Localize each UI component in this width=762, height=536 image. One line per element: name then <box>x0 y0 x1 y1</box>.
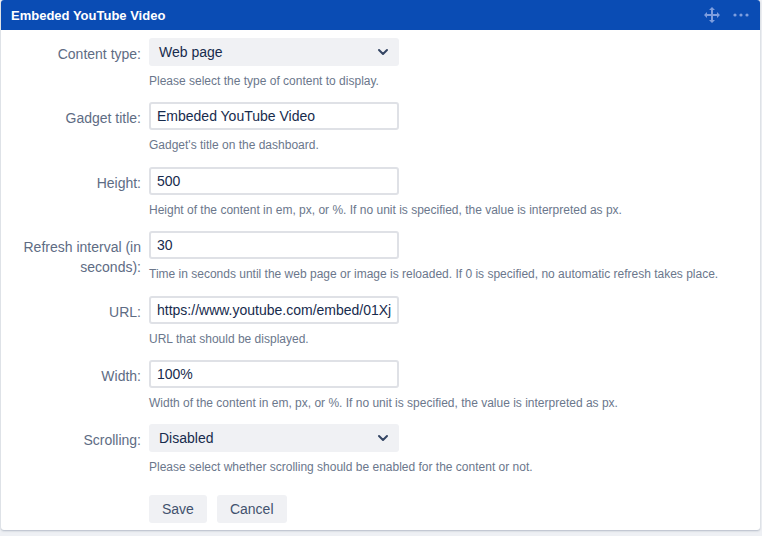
save-button[interactable]: Save <box>149 495 207 523</box>
header-icons <box>704 7 750 23</box>
height-label: Height: <box>1 167 141 217</box>
width-help: Width of the content in em, px, or %. If… <box>149 396 750 410</box>
gadget-card: Embeded YouTube Video Content type: <box>1 0 760 530</box>
form-row-width: Width: Width of the content in em, px, o… <box>1 360 750 410</box>
form-buttons: Save Cancel <box>149 495 750 523</box>
gadget-config-form: Content type: Web page Please select the… <box>1 30 760 523</box>
scrolling-select-value: Disabled <box>159 430 213 446</box>
content-type-help: Please select the type of content to dis… <box>149 74 750 88</box>
gadget-header: Embeded YouTube Video <box>1 0 760 30</box>
url-input[interactable] <box>149 296 399 324</box>
scrolling-select[interactable]: Disabled <box>149 424 399 452</box>
content-type-select[interactable]: Web page <box>149 38 399 66</box>
move-icon[interactable] <box>704 7 720 23</box>
height-input[interactable] <box>149 167 399 195</box>
height-help: Height of the content in em, px, or %. I… <box>149 203 750 217</box>
form-row-refresh-interval: Refresh interval (in seconds): Time in s… <box>1 231 750 281</box>
form-row-gadget-title: Gadget title: Gadget's title on the dash… <box>1 102 750 152</box>
ellipsis-icon[interactable] <box>732 7 750 23</box>
refresh-interval-help: Time in seconds until the web page or im… <box>149 267 750 281</box>
url-help: URL that should be displayed. <box>149 332 750 346</box>
gadget-title-label: Gadget title: <box>1 102 141 152</box>
form-row-url: URL: URL that should be displayed. <box>1 296 750 346</box>
refresh-interval-input[interactable] <box>149 231 399 259</box>
scrolling-label: Scrolling: <box>1 424 141 474</box>
width-input[interactable] <box>149 360 399 388</box>
content-type-label: Content type: <box>1 38 141 88</box>
gadget-title-input[interactable] <box>149 102 399 130</box>
gadget-title-help: Gadget's title on the dashboard. <box>149 138 750 152</box>
width-label: Width: <box>1 360 141 410</box>
url-label: URL: <box>1 296 141 346</box>
cancel-button[interactable]: Cancel <box>217 495 287 523</box>
form-row-content-type: Content type: Web page Please select the… <box>1 38 750 88</box>
gadget-header-title: Embeded YouTube Video <box>11 8 704 23</box>
form-row-height: Height: Height of the content in em, px,… <box>1 167 750 217</box>
content-type-select-value: Web page <box>159 44 223 60</box>
form-row-scrolling: Scrolling: Disabled Please select whethe… <box>1 424 750 474</box>
chevron-down-icon <box>377 48 389 56</box>
scrolling-help: Please select whether scrolling should b… <box>149 460 750 474</box>
chevron-down-icon <box>377 434 389 442</box>
refresh-interval-label: Refresh interval (in seconds): <box>1 231 141 281</box>
